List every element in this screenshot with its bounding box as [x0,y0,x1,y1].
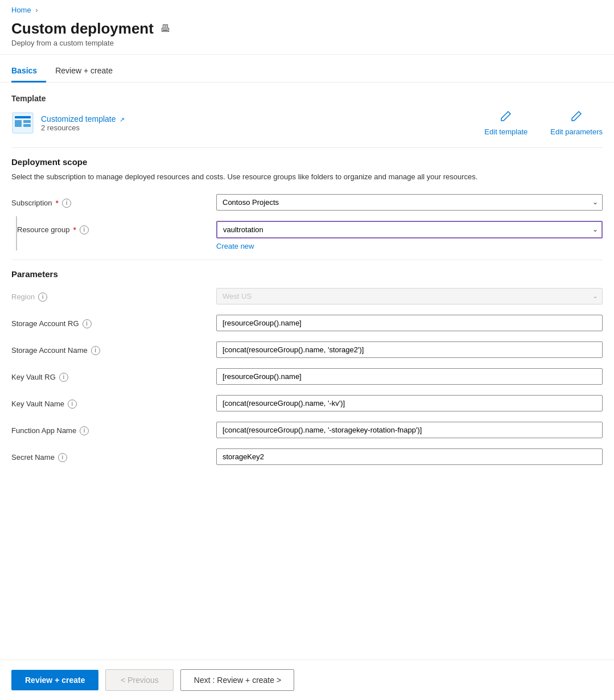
function-app-name-control [216,422,603,438]
resource-group-select[interactable]: vaultrotation [216,221,603,238]
template-name-link[interactable]: Customized template [41,114,116,123]
breadcrumb-separator: › [35,6,38,14]
required-star: * [56,199,59,208]
resource-group-select-wrapper: vaultrotation ⌄ [216,221,603,238]
tab-review-create[interactable]: Review + create [46,59,122,83]
parameters-section: Parameters Region i West US ⌄ [11,269,603,465]
storage-account-rg-control [216,315,603,331]
function-app-info-icon[interactable]: i [80,426,89,435]
template-section-label: Template [11,94,603,103]
resource-group-control: vaultrotation ⌄ Create new [216,221,603,250]
key-vault-name-info-icon[interactable]: i [68,400,77,409]
storage-account-name-input[interactable] [216,341,603,358]
storage-account-rg-input[interactable] [216,315,603,331]
page-header: Custom deployment 🖶 Deploy from a custom… [0,17,614,55]
key-vault-name-control [216,395,603,411]
review-create-button[interactable]: Review + create [11,670,98,690]
subscription-row: Subscription * i Contoso Projects ⌄ [11,194,603,211]
tab-basics[interactable]: Basics [11,59,46,83]
edit-parameters-label: Edit parameters [550,127,603,136]
storage-account-name-row: Storage Account Name i [11,341,603,358]
subscription-info-icon[interactable]: i [62,199,71,208]
key-vault-name-label: Key Vault Name i [11,395,205,409]
resource-group-label: Resource group * i [17,221,211,234]
region-select-wrapper: West US ⌄ [216,288,603,304]
subscription-label: Subscription * i [11,194,205,208]
key-vault-rg-input[interactable] [216,368,603,385]
page-title: Custom deployment [11,20,154,38]
tabs-bar: Basics Review + create [0,59,614,83]
svg-rect-1 [15,116,31,118]
storage-account-rg-label: Storage Account RG i [11,315,205,328]
edit-template-button[interactable]: Edit template [484,110,528,136]
subscription-select[interactable]: Contoso Projects [216,194,603,211]
storage-account-name-label: Storage Account Name i [11,341,205,355]
next-button[interactable]: Next : Review + create > [180,669,294,691]
key-vault-rg-info-icon[interactable]: i [59,373,68,382]
storage-account-rg-row: Storage Account RG i [11,315,603,331]
storage-account-name-control [216,341,603,358]
divider-2 [11,260,603,260]
region-select[interactable]: West US [216,288,603,304]
divider-1 [11,147,603,148]
edit-parameters-button[interactable]: Edit parameters [550,110,603,136]
key-vault-rg-control [216,368,603,385]
template-actions: Edit template Edit parameters [484,110,603,136]
edit-template-label: Edit template [484,127,528,136]
storage-rg-info-icon[interactable]: i [83,319,92,328]
template-left: Customized template ↗ 2 resources [11,112,125,134]
print-icon[interactable]: 🖶 [160,23,171,35]
region-label: Region i [11,288,205,302]
region-info-icon[interactable]: i [38,293,47,302]
breadcrumb: Home › [0,0,614,17]
subscription-select-wrapper: Contoso Projects ⌄ [216,194,603,211]
resource-group-info-icon[interactable]: i [80,225,89,234]
pencil-icon [500,110,512,125]
create-new-link[interactable]: Create new [216,242,603,250]
deployment-scope-title: Deployment scope [11,157,603,167]
subscription-control: Contoso Projects ⌄ [216,194,603,211]
footer-bar: Review + create < Previous Next : Review… [0,660,614,700]
secret-name-info-icon[interactable]: i [58,453,67,462]
key-vault-rg-label: Key Vault RG i [11,368,205,382]
template-section: Template Customized template ↗ [11,94,603,136]
secret-name-input[interactable] [216,448,603,465]
template-info: Customized template ↗ 2 resources [41,114,125,132]
previous-button[interactable]: < Previous [105,669,174,691]
region-row: Region i West US ⌄ [11,288,603,304]
function-app-name-input[interactable] [216,422,603,438]
deployment-scope-desc: Select the subscription to manage deploy… [11,171,603,183]
parameters-title: Parameters [11,269,603,279]
secret-name-control [216,448,603,465]
key-vault-name-row: Key Vault Name i [11,395,603,411]
function-app-name-row: Function App Name i [11,422,603,438]
page-subtitle: Deploy from a custom template [11,39,603,47]
key-vault-rg-row: Key Vault RG i [11,368,603,385]
function-app-name-label: Function App Name i [11,422,205,435]
template-resources: 2 resources [41,123,125,132]
external-link-icon: ↗ [119,116,125,123]
template-row: Customized template ↗ 2 resources Ed [11,110,603,136]
breadcrumb-home-link[interactable]: Home [11,6,31,14]
secret-name-label: Secret Name i [11,448,205,462]
required-star-rg: * [73,225,76,234]
template-icon [11,112,34,134]
pencil-icon-2 [570,110,583,125]
svg-rect-4 [23,124,31,127]
key-vault-name-input[interactable] [216,395,603,411]
storage-name-info-icon[interactable]: i [91,346,100,355]
deployment-scope-section: Deployment scope Select the subscription… [11,157,603,250]
main-content: Template Customized template ↗ [0,83,614,648]
region-control: West US ⌄ [216,288,603,304]
svg-rect-3 [23,120,31,123]
secret-name-row: Secret Name i [11,448,603,465]
svg-rect-2 [15,120,22,127]
